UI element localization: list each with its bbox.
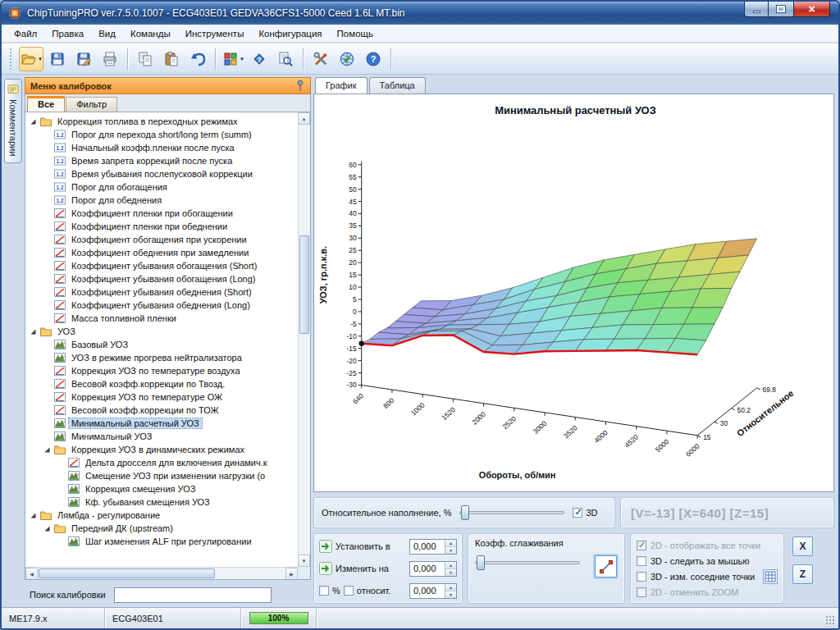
toolbar-globe-button[interactable] [335,47,359,71]
menu-item-2[interactable]: Правка [44,26,91,41]
toolbar-saveas-button[interactable] [71,47,96,71]
toolbar-find-button[interactable] [273,47,298,71]
tree-item[interactable]: Коррекция УОЗ по температуре воздуха [25,364,298,377]
3d-checkbox-box[interactable] [573,508,582,518]
relative-checkbox[interactable]: относит. [344,586,391,596]
comments-side-tab[interactable]: Комментарии [4,79,22,163]
toolbar-modules-button[interactable]: ▾ [221,47,245,71]
tree-folder[interactable]: УОЗ [25,325,298,338]
tree-item[interactable]: Весовой коэфф.коррекции по Твозд. [25,377,298,390]
calibration-tab-1[interactable]: Все [27,96,65,112]
change-value-spinner[interactable]: 0,000 ▲▼ [409,561,457,577]
percent-checkbox-box[interactable] [319,586,329,596]
tree-item[interactable]: УОЗ в режиме прогрева нейтрализатора [25,351,298,364]
set-value-spinner[interactable]: 0,000 ▲▼ [409,539,457,555]
tree-item[interactable]: Весовой коэфф.коррекции по ТОЖ [25,404,298,417]
relative-spin-buttons[interactable]: ▲▼ [445,584,456,598]
dropdown-arrow-icon[interactable]: ▾ [39,56,42,62]
toolbar-save-button[interactable] [45,47,70,71]
option-row-2[interactable]: 3D - следить за мышью [637,555,778,568]
tree-item[interactable]: Коэффициент убывания обогащения (Short) [25,259,298,272]
option-checkbox-3[interactable] [637,572,646,582]
tree-item[interactable]: 1.2Начальный коэфф.пленки после пуска [25,141,298,154]
scroll-left-icon[interactable]: ◀ [25,568,38,580]
fill-slider[interactable] [459,504,564,521]
toolbar-paste-button[interactable] [159,47,184,71]
toolbar-tools-button[interactable] [308,47,333,71]
toolbar-open-button[interactable]: ▾ [19,47,43,71]
vertical-scroll-thumb[interactable] [299,235,309,334]
tree-item[interactable]: Коэффициент убывания обеднения (Short) [25,285,298,299]
smoothing-slider[interactable] [475,555,580,571]
expand-icon[interactable] [43,445,51,454]
menu-item-7[interactable]: Помощь [330,26,381,41]
tree-item[interactable]: 1.2Время убывания послепусковой коррекци… [25,167,298,180]
percent-checkbox[interactable]: % [319,586,340,596]
tree-item[interactable]: Коэффициент пленки при обогащении [25,207,298,220]
tree-item[interactable]: 1.2Порог для обеднения [25,194,298,207]
toolbar-grip[interactable] [10,48,13,70]
calibration-search-input[interactable] [114,587,272,603]
expand-icon[interactable] [43,524,51,532]
tree-item[interactable]: 1.2Порог для перехода short/long term (s… [25,128,298,141]
view-tab-1[interactable]: График [315,77,368,94]
minimize-button[interactable] [744,2,769,17]
adjacent-points-grid-button[interactable] [763,569,778,584]
relative-checkbox-box[interactable] [344,586,354,596]
fill-slider-thumb[interactable] [461,505,469,520]
option-row-3[interactable]: 3D - изм. соседние точки [637,570,778,583]
calibration-tab-2[interactable]: Фильтр [66,97,117,112]
toolbar-compare-button[interactable]: ? [247,47,272,71]
relative-value-spinner[interactable]: 0,000 ▲▼ [409,583,457,599]
tree-item[interactable]: Дельта дросселя для включения динамич.к [25,456,298,469]
tree-vertical-scrollbar[interactable]: ▲ ▼ [298,112,310,567]
option-checkbox-4[interactable] [637,587,646,597]
toolbar-print-button[interactable] [98,47,122,71]
axis-button-x[interactable]: X [792,536,813,556]
tree-item[interactable]: Смещение УОЗ при изменении нагрузки (о [25,469,298,482]
tree-item[interactable]: Минимальный УОЗ [25,430,298,443]
dropdown-arrow-icon[interactable]: ▾ [240,56,244,62]
expand-icon[interactable] [29,117,37,126]
tree-item[interactable]: Кф. убывания смещения УОЗ [25,495,298,509]
tree-item[interactable]: Шаг изменения ALF при регулировании [25,535,298,548]
tree-item[interactable]: Масса топливной пленки [25,312,298,325]
resize-grip[interactable] [825,615,836,626]
maximize-button[interactable] [769,2,793,17]
tree-item[interactable]: Базовый УОЗ [25,338,298,351]
toolbar-help-button[interactable]: ? [361,47,386,71]
chart-area[interactable]: Минимальный расчетный УОЗ605550454035302… [313,94,834,492]
menu-item-1[interactable]: Файл [7,26,44,41]
change-spin-buttons[interactable]: ▲▼ [445,562,456,576]
tree-item[interactable]: Коэффициент убывания обеднения (Long) [25,299,298,312]
pin-icon[interactable] [295,80,305,92]
expand-icon[interactable] [29,327,37,336]
menu-item-6[interactable]: Конфигурация [251,26,329,41]
view-tab-2[interactable]: Таблица [369,77,426,94]
option-checkbox-1[interactable] [637,541,646,550]
tree-horizontal-scrollbar[interactable]: ◀ ▶ [25,567,298,579]
scroll-down-icon[interactable]: ▼ [298,555,310,567]
tree-item[interactable]: Коэффициент пленки при обеднении [25,220,298,233]
3d-checkbox[interactable]: 3D [573,508,597,518]
tree-folder[interactable]: Коррекция УОЗ в динамических режимах [25,443,298,456]
tree-item[interactable]: Коррекция смещения УОЗ [25,482,298,495]
tree-folder[interactable]: Лямбда - регулирование [25,509,298,522]
option-row-4[interactable]: 2D - отменить ZOOM [637,586,778,599]
horizontal-scroll-thumb[interactable] [39,568,215,578]
menu-item-3[interactable]: Вид [91,26,123,41]
menu-item-4[interactable]: Команды [123,26,178,41]
tree-item[interactable]: 1.2Порог для обогащения [25,180,298,194]
toolbar-undo-button[interactable] [185,47,210,71]
tree-item[interactable]: Минимальный расчетный УОЗ [25,417,298,430]
apply-smoothing-button[interactable] [595,555,617,578]
axis-button-z[interactable]: Z [792,564,813,584]
option-row-1[interactable]: 2D - отображать все точки [637,539,778,552]
set-spin-buttons[interactable]: ▲▼ [445,540,456,554]
tree-item[interactable]: Коэффициент обеднения при замедлении [25,246,298,259]
toolbar-copy-button[interactable] [133,47,158,71]
surface-chart[interactable]: Минимальный расчетный УОЗ605550454035302… [314,94,833,491]
tree-folder[interactable]: Коррекция топлива в переходных режимах [25,115,298,128]
menu-item-5[interactable]: Инструменты [178,26,252,41]
close-button[interactable]: × [793,2,830,17]
